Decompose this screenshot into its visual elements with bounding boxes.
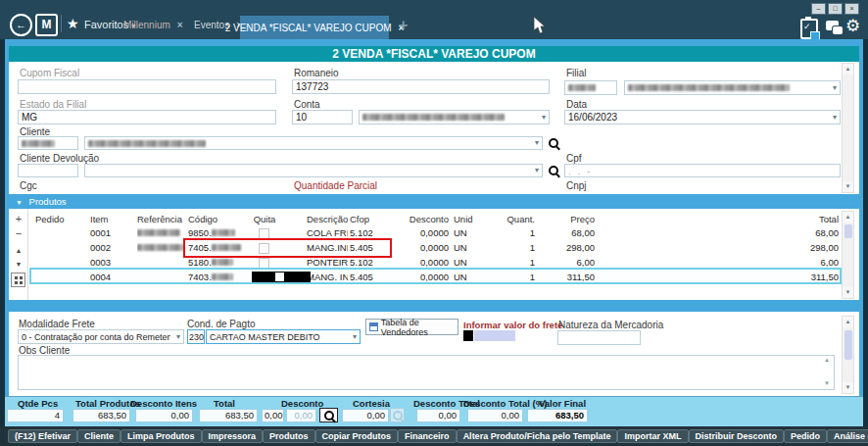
col-header-quant[interactable]: Quant. [500, 214, 535, 225]
cliente-select[interactable]: ▾ [84, 136, 543, 150]
produtos-button[interactable]: Produtos [263, 429, 315, 443]
divider [27, 209, 28, 300]
table-row[interactable]: 0001 9850. COLA FRIO ... 5.102 0,0000 UN… [29, 226, 841, 240]
cliente-devolucao-label: Cliente Devolução [20, 153, 99, 164]
new-tab-button[interactable]: + [399, 17, 408, 34]
col-header-desconto[interactable]: Desconto [405, 214, 449, 225]
frete-checkbox[interactable] [463, 330, 473, 341]
mouse-cursor [533, 16, 547, 35]
col-header-descricao[interactable]: Descrição [307, 214, 348, 225]
limpa-produtos-button[interactable]: Limpa Produtos [121, 429, 202, 443]
cond-pagto-select[interactable]: CARTAO MASTER DEBITO▾ [206, 329, 361, 344]
col-header-cfop[interactable]: Cfop [350, 214, 381, 225]
natureza-mercadoria-label: Natureza da Mercadoria [558, 320, 663, 330]
scrollbar-thumb[interactable] [844, 224, 852, 238]
app-logo[interactable]: M [35, 14, 58, 36]
cliente-devolucao-code-input[interactable] [18, 164, 78, 177]
cortesia-input[interactable]: 0,00 [342, 409, 389, 422]
desconto-search-button[interactable] [319, 408, 338, 422]
frete-value-field[interactable] [474, 330, 515, 341]
cell-codigo: 7403. [188, 272, 255, 283]
quita-checkbox[interactable] [275, 273, 284, 281]
cliente-code-input[interactable] [18, 136, 78, 150]
filial-code-input[interactable] [564, 80, 617, 95]
distribuir-desconto-button[interactable]: Distribuir Desconto [689, 429, 785, 443]
favorites-star-icon[interactable]: ★ [67, 16, 79, 31]
col-header-quita[interactable]: Quita [247, 214, 282, 225]
scroll-up-arrow[interactable]: ▲ [843, 317, 853, 327]
scroll-down-arrow[interactable]: ▼ [843, 382, 853, 393]
total-label: Total [214, 398, 235, 409]
back-icon[interactable]: ← [10, 14, 32, 36]
tasks-clipboard-icon[interactable]: ✓ [800, 19, 818, 39]
col-header-preco[interactable]: Preço [541, 214, 595, 225]
tab-millennium[interactable]: Millennium× [123, 20, 183, 30]
col-header-referencia[interactable]: Referência [137, 214, 186, 225]
table-row[interactable]: 0002 7405. MANG.INF.... 5.405 0,0000 UN … [29, 241, 841, 255]
tabela-vendedores-label: Tabela de Vendedores [381, 318, 455, 337]
search-icon[interactable] [549, 166, 558, 175]
scrollbar-thumb[interactable] [844, 330, 852, 360]
remove-row-button[interactable]: − [11, 228, 26, 238]
scroll-up-arrow[interactable]: ▲ [843, 212, 853, 223]
data-select[interactable]: 16/06/2023▾ [564, 110, 841, 124]
financeiro-button[interactable]: Financeiro [398, 429, 457, 443]
cell-desconto: 0,0000 [405, 242, 449, 254]
maximize-button[interactable]: □ [828, 3, 843, 15]
col-header-unid[interactable]: Unid [454, 214, 479, 225]
cliente-devolucao-select[interactable]: ▾ [84, 164, 543, 177]
cell-unid: UN [454, 227, 479, 239]
col-header-codigo[interactable]: Código [188, 214, 255, 225]
grid-header-row: Pedido Item Referência Código Quita Desc… [29, 213, 841, 226]
close-icon[interactable]: × [177, 20, 183, 30]
impressora-button[interactable]: Impressora [202, 429, 264, 443]
obs-cliente-textarea[interactable] [18, 355, 835, 390]
row-detail-button[interactable] [11, 273, 25, 287]
gear-icon[interactable]: ⚙ [845, 16, 860, 35]
tab-venda-fiscal-varejo-cupom[interactable]: 2 VENDA *FISCAL* VAREJO CUPOM× [240, 16, 389, 42]
efetivar-button[interactable]: (F12) Efetivar [8, 429, 77, 443]
close-button[interactable]: × [844, 3, 859, 15]
scroll-down-arrow[interactable]: ▼ [824, 380, 830, 386]
modalidade-frete-select[interactable]: 0 - Contratação por conta do Remetente (… [18, 329, 184, 344]
importar-xml-button[interactable]: Importar XML [617, 429, 688, 443]
desconto-input[interactable]: 0,00 [262, 409, 284, 422]
scroll-down-arrow[interactable]: ▼ [843, 181, 853, 192]
col-header-item[interactable]: Item [90, 214, 133, 225]
scroll-down-arrow[interactable]: ▼ [843, 287, 853, 298]
tabela-vendedores-button[interactable]: Tabela de Vendedores [365, 319, 458, 335]
natureza-mercadoria-input[interactable] [557, 330, 641, 345]
cond-pagto-code-input[interactable]: 230 [187, 329, 205, 344]
conta-input[interactable]: 10 [292, 110, 353, 124]
filial-select[interactable]: ▾ [624, 80, 841, 95]
analise-credito-button[interactable]: Análise de Crédito [827, 429, 868, 443]
col-header-total[interactable]: Total [721, 214, 839, 225]
scroll-up-arrow[interactable]: ▲ [824, 357, 830, 363]
cliente-button[interactable]: Cliente [77, 429, 121, 443]
produtos-section-header[interactable]: ▼ Produtos [9, 195, 859, 209]
informar-frete-label: Informar valor do frete [463, 320, 562, 330]
table-row-selected[interactable]: 0004 7403. MANG. INF.... 5.405 0,0000 UN… [29, 271, 841, 284]
cupom-fiscal-input[interactable] [18, 79, 276, 94]
chevron-down-icon: ▾ [535, 139, 539, 147]
romaneio-input[interactable]: 137723 [292, 79, 550, 94]
cpf-input[interactable]: . . - [564, 164, 841, 177]
pedido-button[interactable]: Pedido [784, 429, 827, 443]
cupom-fiscal-label: Cupom Fiscal [20, 68, 79, 78]
search-icon[interactable] [549, 138, 558, 148]
redacted-text [212, 229, 235, 236]
add-row-button[interactable]: + [11, 214, 26, 223]
estado-filial-input[interactable]: MG [18, 110, 276, 124]
move-down-button[interactable]: ▼ [11, 260, 26, 270]
conta-select[interactable]: ▾ [359, 110, 550, 124]
move-up-button[interactable]: ▲ [11, 246, 26, 256]
altera-produto-button[interactable]: Altera Produto/Ficha pelo Template [457, 429, 618, 443]
copiar-produtos-button[interactable]: Copiar Produtos [315, 429, 399, 443]
cond-pagto-value: CARTAO MASTER DEBITO [210, 332, 320, 342]
tab-label: Millennium [123, 20, 170, 30]
scroll-up-arrow[interactable]: ▲ [843, 64, 853, 74]
col-header-pedido[interactable]: Pedido [35, 214, 86, 225]
minimize-button[interactable]: – [811, 3, 826, 15]
collapse-icon: ▼ [16, 199, 23, 206]
chevron-down-icon: ▾ [542, 114, 546, 122]
